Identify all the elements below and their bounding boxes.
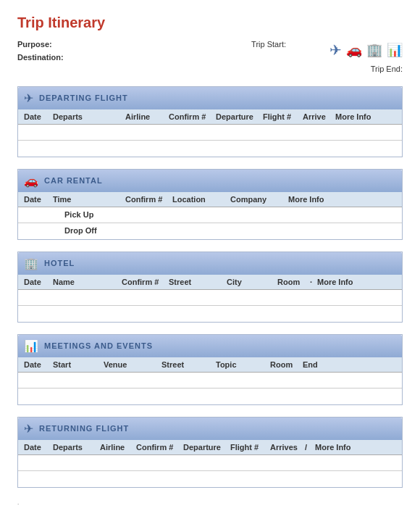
ret-col-departs: Departs	[53, 443, 100, 452]
trip-meta-right: Trip Start: ✈ 🚗 🏢 📊 Trip End:	[251, 38, 403, 76]
car-rental-icon: 🚗	[24, 174, 38, 188]
returning-flight-row1	[18, 455, 402, 471]
departing-flight-row2	[18, 141, 402, 157]
car-rental-columns: Date Time Confirm # Location Company Mor…	[18, 192, 402, 207]
hotel-col-city: City	[227, 278, 277, 286]
col-departure: Departure	[216, 112, 263, 121]
departing-flight-row1	[18, 125, 402, 141]
meetings-row2	[18, 389, 402, 404]
meet-col-room: Room	[270, 360, 303, 369]
col-confirm: Confirm #	[169, 112, 216, 121]
returning-flight-section: ✈ RETURNING FLIGHT Date Departs Airline …	[17, 417, 403, 488]
meetings-section: 📊 MEETINGS AND EVENTS Date Start Venue S…	[17, 334, 403, 405]
meet-col-street: Street	[161, 360, 216, 369]
departing-flight-title: DEPARTING FLIGHT	[39, 94, 128, 102]
destination-label: Destination:	[17, 53, 64, 62]
col-airline: Airline	[125, 112, 169, 121]
car-dropoff-label: Drop Off	[53, 226, 125, 236]
col-date: Date	[24, 112, 53, 121]
meet-col-end: End	[303, 360, 396, 369]
ret-col-arrives: Arrives	[270, 443, 305, 452]
car-col-moreinfo: More Info	[288, 195, 396, 204]
trip-meta-left: Purpose: Destination:	[17, 38, 64, 64]
meet-col-date: Date	[24, 360, 53, 369]
hotel-col-moreinfo: More Info	[317, 278, 396, 286]
departing-flight-header: ✈ DEPARTING FLIGHT	[18, 87, 402, 109]
hotel-row2	[18, 306, 402, 322]
car-rental-header: 🚗 CAR RENTAL	[18, 170, 402, 192]
car-col-confirm: Confirm #	[125, 195, 172, 204]
ret-col-arr2: /	[305, 443, 315, 452]
hotel-section: 🏢 HOTEL Date Name Confirm # Street City …	[17, 252, 403, 323]
ret-col-airline: Airline	[100, 443, 136, 452]
returning-flight-columns: Date Departs Airline Confirm # Departure…	[18, 440, 402, 455]
hotel-row1	[18, 290, 402, 306]
hotel-columns: Date Name Confirm # Street City Room · M…	[18, 275, 402, 290]
trip-meta: Purpose: Destination: Trip Start: ✈ 🚗 🏢 …	[17, 38, 403, 76]
car-icon: 🚗	[346, 40, 362, 61]
returning-flight-row2	[18, 471, 402, 487]
col-departs: Departs	[53, 112, 125, 121]
car-rental-section: 🚗 CAR RENTAL Date Time Confirm # Locatio…	[17, 169, 403, 240]
meetings-row1	[18, 373, 402, 389]
returning-flight-icon: ✈	[24, 422, 33, 436]
ret-col-flightnum: Flight #	[230, 443, 270, 452]
meet-col-start: Start	[53, 360, 104, 369]
car-rental-pickup-row: Pick Up	[18, 207, 402, 223]
hotel-col-date: Date	[24, 278, 53, 286]
hotel-header: 🏢 HOTEL	[18, 252, 402, 275]
ret-col-departure: Departure	[183, 443, 230, 452]
departing-flight-section: ✈ DEPARTING FLIGHT Date Departs Airline …	[17, 86, 403, 157]
car-col-company: Company	[230, 195, 288, 204]
meetings-columns: Date Start Venue Street Topic Room End	[18, 357, 402, 373]
ret-col-confirm: Confirm #	[136, 443, 183, 452]
hotel-title: HOTEL	[44, 259, 75, 267]
meetings-title: MEETINGS AND EVENTS	[44, 341, 153, 350]
hotel-col-room: Room	[277, 278, 310, 286]
car-col-time: Time	[53, 195, 125, 204]
hotel-col-dot: ·	[310, 278, 317, 286]
purpose-label: Purpose:	[17, 40, 52, 49]
hotel-section-icon: 🏢	[24, 257, 38, 270]
car-col-location: Location	[172, 195, 230, 204]
tripstart-label: Trip Start:	[251, 40, 286, 49]
ret-col-date: Date	[24, 443, 53, 452]
car-rental-title: CAR RENTAL	[44, 176, 103, 185]
ret-col-moreinfo: More Info	[315, 443, 396, 452]
hotel-col-name: Name	[53, 278, 122, 286]
col-moreinfo: More Info	[335, 112, 396, 121]
footer-dot: .	[17, 499, 403, 506]
col-arrive: Arrive	[303, 112, 335, 121]
car-pickup-label: Pick Up	[53, 210, 125, 220]
hotel-col-confirm: Confirm #	[122, 278, 169, 286]
car-col-date: Date	[24, 195, 53, 204]
tripend-label: Trip End:	[371, 65, 403, 73]
meetings-icon: 📊	[24, 339, 38, 353]
departing-flight-icon: ✈	[24, 91, 33, 105]
meetings-header: 📊 MEETINGS AND EVENTS	[18, 335, 402, 357]
returning-flight-title: RETURNING FLIGHT	[39, 424, 129, 433]
returning-flight-header: ✈ RETURNING FLIGHT	[18, 417, 402, 440]
meet-col-topic: Topic	[216, 360, 270, 369]
plane-icon: ✈	[329, 38, 342, 62]
hotel-col-street: Street	[169, 278, 227, 286]
car-rental-dropoff-row: Drop Off	[18, 223, 402, 239]
page-title: Trip Itinerary	[17, 14, 403, 31]
chart-icon: 📊	[387, 40, 403, 61]
meet-col-venue: Venue	[104, 360, 161, 369]
departing-flight-columns: Date Departs Airline Confirm # Departure…	[18, 109, 402, 125]
hotel-icon: 🏢	[366, 40, 382, 61]
col-flightnum: Flight #	[263, 112, 303, 121]
